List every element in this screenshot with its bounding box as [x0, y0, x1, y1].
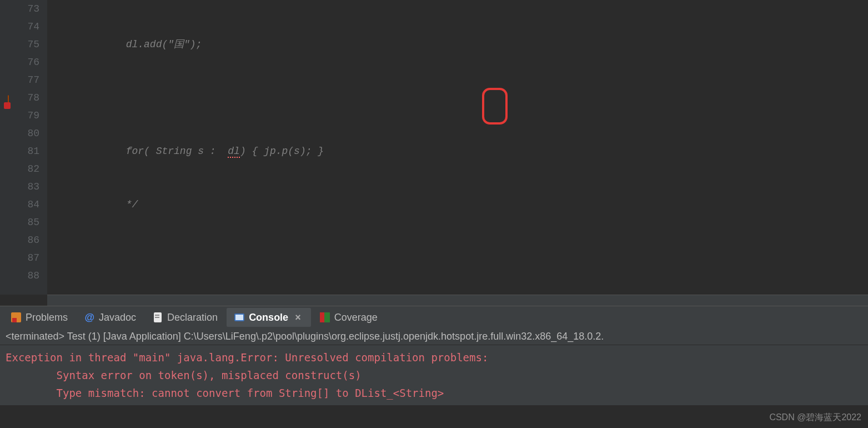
tab-problems[interactable]: Problems	[3, 308, 76, 327]
tab-coverage[interactable]: Coverage	[312, 308, 385, 327]
bottom-panel: Problems @ Javadoc Declaration Console ×…	[0, 306, 868, 405]
panel-tabs: Problems @ Javadoc Declaration Console ×…	[0, 306, 868, 329]
line-number: 81	[0, 142, 39, 160]
svg-rect-1	[12, 318, 17, 322]
code-line[interactable]: dl.add("国");	[54, 36, 868, 53]
code-line[interactable]: */	[54, 196, 868, 213]
line-number: 87	[0, 249, 39, 267]
line-number: 78	[0, 89, 39, 107]
console-status: <terminated> Test (1) [Java Application]…	[6, 331, 604, 342]
declaration-icon	[153, 312, 163, 322]
line-gutter: 73 74 75 76 77 78 79 80 81 82 83 84 85 8…	[0, 0, 47, 295]
code-line[interactable]: for( String s : dl) { jp.p(s); }	[54, 142, 868, 160]
console-icon	[234, 312, 244, 322]
code-editor[interactable]: 73 74 75 76 77 78 79 80 81 82 83 84 85 8…	[0, 0, 868, 295]
watermark: CSDN @碧海蓝天2022	[769, 412, 861, 424]
code-line[interactable]	[54, 89, 868, 107]
line-number: 73	[0, 0, 39, 18]
console-header: <terminated> Test (1) [Java Application]…	[0, 329, 868, 345]
line-number: 86	[0, 231, 39, 249]
tab-label: Coverage	[334, 312, 378, 324]
console-line: Exception in thread "main" java.lang.Err…	[6, 349, 862, 366]
tab-javadoc[interactable]: @ Javadoc	[77, 308, 144, 327]
line-number: 79	[0, 107, 39, 125]
line-number: 82	[0, 160, 39, 178]
line-number: 76	[0, 53, 39, 71]
close-icon[interactable]: ×	[293, 312, 303, 324]
svg-rect-7	[320, 312, 324, 322]
coverage-icon	[320, 312, 330, 322]
tab-declaration[interactable]: Declaration	[145, 308, 225, 327]
line-number: 84	[0, 196, 39, 213]
line-number: 85	[0, 213, 39, 231]
tab-console[interactable]: Console ×	[227, 308, 311, 327]
svg-rect-4	[155, 317, 159, 318]
problems-icon	[11, 312, 21, 322]
tab-label: Problems	[26, 312, 68, 324]
code-content[interactable]: dl.add("国"); for( String s : dl) { jp.p(…	[47, 0, 868, 295]
svg-rect-6	[235, 315, 243, 320]
svg-rect-3	[155, 315, 159, 316]
code-line[interactable]	[54, 249, 868, 267]
tab-label: Console	[249, 312, 288, 324]
line-number: 88	[0, 267, 39, 285]
line-number: 83	[0, 178, 39, 196]
console-line: Type mismatch: cannot convert from Strin…	[6, 384, 862, 402]
horizontal-scrollbar[interactable]	[47, 295, 868, 306]
console-output[interactable]: Exception in thread "main" java.lang.Err…	[0, 345, 868, 405]
line-number: 74	[0, 18, 39, 36]
javadoc-icon: @	[84, 312, 94, 322]
line-number: 77	[0, 71, 39, 89]
console-line: Syntax error on token(s), misplaced cons…	[6, 366, 862, 384]
svg-rect-8	[324, 312, 330, 322]
tab-label: Javadoc	[99, 312, 136, 324]
tab-label: Declaration	[167, 312, 218, 324]
line-number: 80	[0, 125, 39, 142]
error-marker-icon[interactable]	[0, 92, 9, 102]
line-number: 75	[0, 36, 39, 53]
